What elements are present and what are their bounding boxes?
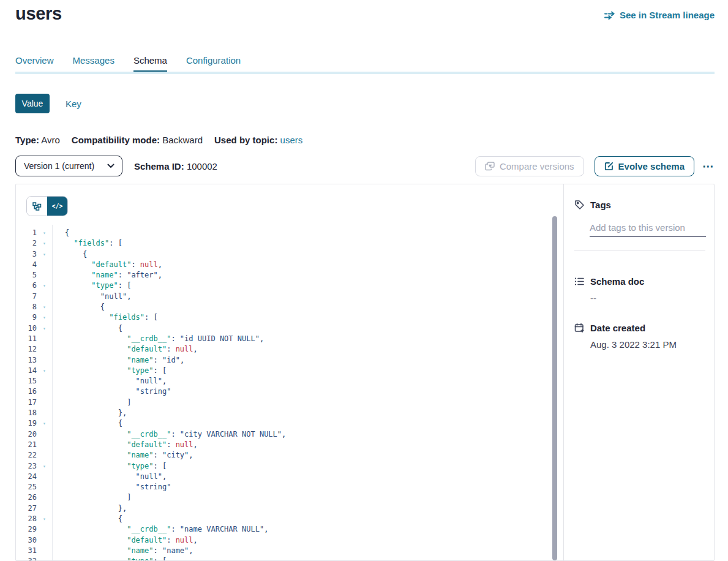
- code-text: {: [52, 324, 122, 333]
- code-text: ]: [52, 398, 131, 407]
- tab-configuration[interactable]: Configuration: [186, 55, 241, 70]
- value-toggle-button[interactable]: Value: [15, 94, 50, 113]
- code-line: 10▾ {: [16, 323, 551, 334]
- code-text: "name": "after",: [52, 271, 162, 279]
- code-text: "string": [52, 483, 171, 491]
- code-text: "name": "id",: [52, 356, 184, 364]
- code-line: 28▾ {: [16, 514, 551, 524]
- code-text: {: [52, 228, 69, 237]
- line-number: 1: [16, 228, 37, 238]
- code-line: 32▾ "type": [: [16, 556, 551, 560]
- code-text: {: [52, 303, 105, 311]
- tab-messages[interactable]: Messages: [73, 55, 114, 70]
- code-line: 21 "default": null,: [16, 440, 551, 450]
- code-text: "__crdb__": "name VARCHAR NULL",: [52, 525, 268, 533]
- compat-label: Compatibility mode:: [72, 135, 160, 145]
- fold-toggle-icon[interactable]: ▾: [37, 556, 52, 560]
- tab-bar: Overview Messages Schema Configuration: [15, 55, 241, 70]
- add-tags-input[interactable]: [590, 222, 706, 237]
- compare-versions-button[interactable]: Compare versions: [475, 156, 584, 176]
- fold-toggle-icon[interactable]: ▾: [37, 461, 52, 472]
- fold-toggle-icon[interactable]: ▾: [37, 323, 52, 334]
- code-lines: 1▾{2▾ "fields": [3▾ {4 "default": null,5…: [16, 228, 551, 560]
- code-text: "__crdb__": "city VARCHAR NOT NULL",: [52, 430, 286, 439]
- schema-code-region: </> 1▾{2▾ "fields": [3▾ {4 "default": nu…: [16, 184, 564, 560]
- code-text: },: [52, 504, 127, 513]
- vertical-scrollbar[interactable]: [552, 216, 557, 560]
- tab-schema[interactable]: Schema: [133, 55, 167, 70]
- evolve-schema-button[interactable]: Evolve schema: [595, 156, 694, 176]
- schema-meta-row: Type: Avro Compatibility mode: Backward …: [15, 135, 302, 145]
- code-line: 12 "default": null,: [16, 344, 551, 355]
- version-select[interactable]: Version 1 (current): [15, 156, 122, 176]
- fold-toggle-icon[interactable]: ▾: [37, 312, 52, 323]
- code-text: "null",: [52, 292, 131, 301]
- date-created-heading-label: Date created: [590, 323, 645, 333]
- line-number: 5: [16, 270, 37, 280]
- code-line: 24 "null",: [16, 472, 551, 482]
- code-text: "__crdb__": "id UUID NOT NULL",: [52, 334, 264, 343]
- controls-row: Version 1 (current) Schema ID: 100002 Co…: [15, 156, 715, 176]
- tree-view-icon: [32, 202, 42, 211]
- code-line: 13 "name": "id",: [16, 355, 551, 366]
- schema-doc-heading-label: Schema doc: [590, 276, 644, 287]
- code-line: 16 "string": [16, 386, 551, 397]
- code-text: "fields": [: [52, 239, 122, 247]
- code-text: "null",: [52, 377, 167, 385]
- line-number: 31: [16, 546, 37, 556]
- code-line: 6▾ "type": [: [16, 280, 551, 291]
- line-number: 25: [16, 482, 37, 492]
- code-line: 22 "name": "city",: [16, 450, 551, 461]
- fold-toggle-icon[interactable]: ▾: [37, 418, 52, 429]
- compare-versions-label: Compare versions: [500, 161, 574, 171]
- tab-underline-track: [15, 72, 715, 74]
- date-created-heading: Date created: [574, 323, 704, 333]
- line-number: 24: [16, 472, 37, 482]
- code-line: 7 "null",: [16, 292, 551, 302]
- code-text: "null",: [52, 472, 167, 481]
- list-icon: [574, 276, 585, 287]
- tab-overview[interactable]: Overview: [15, 55, 54, 70]
- code-line: 1▾{: [16, 228, 551, 238]
- fold-toggle-icon[interactable]: ▾: [37, 249, 52, 260]
- code-view-icon: </>: [51, 203, 62, 209]
- line-number: 7: [16, 292, 37, 302]
- page-title: users: [15, 4, 62, 24]
- line-number: 14: [16, 366, 37, 376]
- code-text: "default": null,: [52, 536, 198, 544]
- tree-view-toggle[interactable]: [27, 197, 47, 216]
- code-line: 2▾ "fields": [: [16, 238, 551, 249]
- code-text: "name": "name",: [52, 546, 193, 555]
- code-view-toggle[interactable]: </>: [47, 197, 67, 216]
- edit-icon: [604, 162, 614, 171]
- fold-toggle-icon[interactable]: ▾: [37, 228, 52, 238]
- fold-toggle-icon[interactable]: ▾: [37, 302, 52, 312]
- code-line: 11 "__crdb__": "id UUID NOT NULL",: [16, 334, 551, 344]
- type-value: Avro: [41, 135, 60, 145]
- stream-lineage-icon: [604, 11, 615, 20]
- fold-toggle-icon[interactable]: ▾: [37, 280, 52, 291]
- fold-toggle-icon[interactable]: ▾: [37, 514, 52, 524]
- more-options-button[interactable]: ⋯: [702, 160, 715, 172]
- schema-doc-heading: Schema doc: [574, 276, 704, 287]
- schema-sidebar: Tags Schema doc -- Date created: [565, 184, 714, 560]
- date-created-value: Aug. 3 2022 3:21 PM: [590, 339, 704, 350]
- topic-link[interactable]: users: [280, 135, 303, 145]
- line-number: 6: [16, 280, 37, 291]
- chevron-down-icon: [107, 164, 114, 168]
- code-line: 4 "default": null,: [16, 260, 551, 270]
- fold-toggle-icon[interactable]: ▾: [37, 366, 52, 376]
- code-line: 29 "__crdb__": "name VARCHAR NULL",: [16, 524, 551, 535]
- key-toggle-button[interactable]: Key: [66, 99, 81, 109]
- see-in-stream-lineage-link[interactable]: See in Stream lineage: [604, 10, 715, 20]
- line-number: 3: [16, 249, 37, 260]
- line-number: 2: [16, 238, 37, 249]
- line-number: 30: [16, 535, 37, 546]
- code-text: {: [52, 514, 122, 523]
- code-text: "string": [52, 387, 171, 396]
- line-number: 32: [16, 556, 37, 560]
- code-line: 9▾ "fields": [: [16, 312, 551, 323]
- fold-toggle-icon[interactable]: ▾: [37, 238, 52, 249]
- schema-id-field: Schema ID: 100002: [134, 161, 217, 171]
- line-number: 8: [16, 302, 37, 312]
